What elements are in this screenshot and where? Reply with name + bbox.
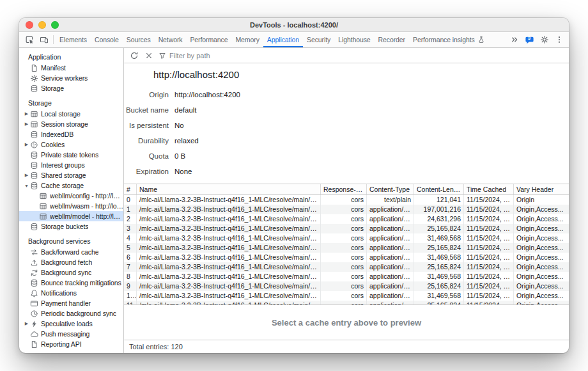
sidebar-item[interactable]: Reporting API [19, 339, 123, 349]
cell-name: /mlc-ai/Llama-3.2-3B-Instruct-q4f16_1-ML… [137, 243, 321, 253]
disclosure-triangle[interactable] [23, 173, 30, 178]
sidebar-item-label: Cookies [41, 141, 65, 148]
column-header-time-cached[interactable]: Time Cached [464, 184, 514, 194]
sidebar-item[interactable]: Notifications [19, 288, 123, 298]
cell-response-type: cors [321, 224, 367, 233]
disclosure-triangle[interactable] [23, 142, 30, 147]
column-header-content-type[interactable]: Content-Type [367, 184, 414, 194]
sidebar-item[interactable]: Shared storage [19, 170, 123, 180]
sidebar-item[interactable]: Background sync [19, 267, 123, 278]
table-row[interactable]: 1 /mlc-ai/Llama-3.2-3B-Instruct-q4f16_1-… [124, 205, 569, 214]
table-row[interactable]: 2 /mlc-ai/Llama-3.2-3B-Instruct-q4f16_1-… [124, 214, 569, 224]
metadata-row: Is persistent No [124, 118, 569, 133]
disclosure-triangle[interactable] [23, 111, 30, 116]
table-row[interactable]: 10 /mlc-ai/Llama-3.2-3B-Instruct-q4f16_1… [124, 291, 569, 301]
cell-time-cached: 11/15/2024, 10... [464, 291, 514, 301]
sidebar-item[interactable]: webllm/wasm - http://loca... [19, 201, 123, 211]
disclosure-triangle[interactable] [23, 321, 30, 326]
metadata-value: http://localhost:4200 [174, 91, 240, 99]
settings-button[interactable] [537, 33, 552, 47]
sidebar-item[interactable]: IndexedDB [19, 129, 123, 139]
cell-time-cached: 11/15/2024, 10... [464, 272, 514, 281]
disclosure-triangle[interactable] [23, 184, 30, 188]
sidebar-item[interactable]: webllm/model - http://loc... [19, 211, 123, 221]
more-tabs-button[interactable] [507, 33, 522, 47]
panel-tab[interactable]: Recorder [375, 32, 409, 47]
sidebar-item[interactable]: Manifest [19, 63, 123, 73]
table-row[interactable]: 7 /mlc-ai/Llama-3.2-3B-Instruct-q4f16_1-… [124, 262, 569, 272]
cell-response-type: cors [321, 195, 367, 205]
table-row[interactable]: 6 /mlc-ai/Llama-3.2-3B-Instruct-q4f16_1-… [124, 253, 569, 262]
sidebar-item[interactable]: Cache storage [19, 180, 123, 191]
sidebar-item-label: Storage [41, 84, 64, 92]
panel-tab[interactable]: Network [155, 32, 187, 47]
sidebar-item[interactable]: Back/forward cache [19, 247, 123, 257]
cell-content-type: application/oc... [367, 214, 414, 224]
panel-tabs: Elements Console Sources Network [56, 32, 489, 47]
panel-tab[interactable]: Memory [231, 32, 263, 47]
panel-tab[interactable]: Application [263, 32, 303, 47]
column-header-vary-header[interactable]: Vary Header [514, 184, 569, 194]
table-row[interactable]: 8 /mlc-ai/Llama-3.2-3B-Instruct-q4f16_1-… [124, 272, 569, 281]
column-header-name[interactable]: Name [137, 184, 321, 194]
cookie-icon [30, 141, 38, 149]
minimize-window-button[interactable] [38, 21, 46, 29]
inspect-element-button[interactable] [22, 33, 36, 47]
sidebar-item[interactable]: Push messaging [19, 329, 123, 339]
delete-selected-button[interactable] [141, 49, 156, 63]
filter-by-path-input[interactable]: Filter by path [159, 52, 210, 59]
panel-tab[interactable]: Console [91, 32, 123, 47]
table-icon [30, 110, 38, 118]
table-row[interactable]: 5 /mlc-ai/Llama-3.2-3B-Instruct-q4f16_1-… [124, 243, 569, 253]
table-row[interactable]: 4 /mlc-ai/Llama-3.2-3B-Instruct-q4f16_1-… [124, 233, 569, 243]
sidebar-item-label: Manifest [41, 64, 66, 72]
table-row[interactable]: 0 /mlc-ai/Llama-3.2-3B-Instruct-q4f16_1-… [124, 195, 569, 205]
disclosure-triangle[interactable] [23, 122, 30, 127]
column-header-response-type[interactable]: Response-Type [321, 184, 367, 194]
sidebar-item-label: Service workers [41, 74, 88, 82]
panel-tab[interactable]: Security [303, 32, 334, 47]
window-controls [26, 18, 59, 31]
table-icon [39, 192, 47, 200]
zoom-window-button[interactable] [51, 21, 59, 29]
close-window-button[interactable] [26, 21, 33, 29]
sidebar-item[interactable]: Bounce tracking mitigations [19, 278, 123, 288]
sidebar-item-label: Interest groups [41, 161, 85, 169]
sidebar-item[interactable]: Cookies [19, 139, 123, 150]
sidebar-item[interactable]: Periodic background sync [19, 308, 123, 319]
cell-name: /mlc-ai/Llama-3.2-3B-Instruct-q4f16_1-ML… [137, 262, 321, 272]
sidebar-item[interactable]: Speculative loads [19, 319, 123, 329]
toggle-device-toolbar-button[interactable] [36, 33, 51, 47]
table-row[interactable]: 3 /mlc-ai/Llama-3.2-3B-Instruct-q4f16_1-… [124, 224, 569, 233]
panel-tab[interactable]: Performance insights [409, 32, 489, 47]
panel-tab[interactable]: Performance [186, 32, 231, 47]
column-header-content-length[interactable]: Content-Length [414, 184, 464, 194]
cell-response-type: cors [321, 205, 367, 214]
sidebar-item[interactable]: Private state tokens [19, 150, 123, 160]
sidebar-item[interactable]: Payment handler [19, 298, 123, 308]
sidebar-item[interactable]: webllm/config - http://loc... [19, 191, 123, 201]
document-icon [30, 340, 38, 349]
panel-tab[interactable]: Sources [123, 32, 155, 47]
sidebar-item[interactable]: Background fetch [19, 257, 123, 267]
table-header-row: # Name Response-Type Content-Type Conten… [124, 184, 569, 195]
sidebar-item[interactable]: Session storage [19, 119, 123, 129]
messages-button[interactable]: 3 [522, 33, 537, 47]
messages-count-badge: 3 [528, 36, 530, 41]
kebab-menu-button[interactable] [552, 33, 566, 47]
sidebar-item[interactable]: Local storage [19, 109, 123, 119]
cell-content-type: application/oc... [367, 233, 414, 243]
cell-response-type: cors [321, 233, 367, 243]
cell-index: 6 [124, 253, 137, 262]
sidebar-item[interactable]: Interest groups [19, 160, 123, 170]
sidebar-item[interactable]: Storage [19, 83, 123, 93]
panel-tab[interactable]: Elements [56, 32, 91, 47]
refresh-button[interactable] [127, 49, 141, 63]
sidebar-item[interactable]: Storage buckets [19, 221, 123, 232]
column-header-index[interactable]: # [124, 184, 137, 194]
panel-tab[interactable]: Lighthouse [334, 32, 374, 47]
cell-content-length: 25,165,824 [414, 281, 464, 291]
document-icon [30, 64, 38, 72]
table-row[interactable]: 9 /mlc-ai/Llama-3.2-3B-Instruct-q4f16_1-… [124, 281, 569, 291]
sidebar-item[interactable]: Service workers [19, 73, 123, 83]
